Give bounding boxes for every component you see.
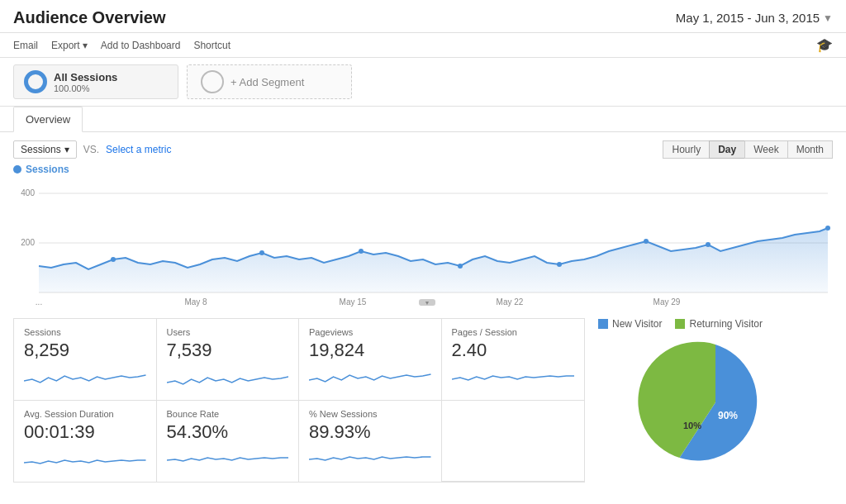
stat-avg-session-value: 00:01:39	[24, 421, 146, 443]
date-range-text: May 1, 2015 - Jun 3, 2015	[676, 11, 820, 25]
svg-text:▼: ▼	[425, 300, 430, 306]
chart-container: 400 200 ... May 8 May	[13, 177, 833, 311]
time-buttons: Hourly Day Week Month	[663, 140, 833, 159]
svg-text:200: 200	[21, 238, 35, 247]
metric-dropdown-icon: ▾	[64, 144, 69, 155]
stat-pages-session-label: Pages / Session	[452, 327, 575, 337]
chart-controls: Sessions ▾ VS. Select a metric Hourly Da…	[13, 140, 833, 159]
pie-chart-section: New Visitor Returning Visitor 90% 10%	[585, 318, 833, 483]
graduation-cap-icon: 🎓	[816, 38, 833, 52]
vs-label: VS.	[83, 144, 99, 155]
stat-pages-session-value: 2.40	[452, 340, 575, 361]
stat-sessions: Sessions 8,259	[14, 319, 157, 401]
stat-sessions-sparkline	[24, 364, 146, 389]
svg-text:May 8: May 8	[184, 297, 207, 307]
stat-bounce-rate-sparkline	[167, 446, 289, 471]
stat-sessions-value: 8,259	[24, 340, 146, 361]
toolbar: Email Export ▾ Add to Dashboard Shortcut…	[0, 33, 846, 58]
tab-bar: Overview	[0, 107, 846, 132]
svg-point-10	[644, 239, 649, 244]
segment-percentage: 100.00%	[54, 83, 117, 93]
metric-selected: Sessions	[21, 144, 61, 155]
sessions-label-text: Sessions	[26, 164, 69, 175]
sessions-chart: 400 200 ... May 8 May	[13, 177, 833, 309]
chevron-down-icon: ▼	[823, 12, 833, 24]
time-btn-hourly[interactable]: Hourly	[663, 140, 709, 159]
metric-dropdown[interactable]: Sessions ▾	[13, 140, 77, 159]
time-btn-month[interactable]: Month	[787, 140, 833, 159]
export-button[interactable]: Export ▾	[51, 38, 88, 53]
add-segment-circle-icon	[201, 70, 224, 93]
svg-text:May 29: May 29	[654, 297, 681, 307]
stat-users: Users 7,539	[157, 319, 300, 401]
svg-point-9	[557, 262, 562, 267]
stat-bounce-rate-label: Bounce Rate	[167, 409, 289, 419]
stat-new-sessions-label: % New Sessions	[309, 409, 431, 419]
segment-bar: All Sessions 100.00% + Add Segment	[0, 58, 846, 107]
select-metric-link[interactable]: Select a metric	[106, 144, 171, 155]
sessions-dot-icon	[13, 165, 21, 174]
stat-pages-session: Pages / Session 2.40	[442, 319, 585, 401]
new-visitor-label: New Visitor	[612, 318, 662, 330]
stat-bounce-rate: Bounce Rate 54.30%	[157, 401, 300, 482]
stat-new-sessions-sparkline	[309, 446, 431, 471]
stat-pageviews-label: Pageviews	[309, 327, 431, 337]
segment-circle-icon	[24, 70, 47, 93]
svg-point-6	[259, 250, 264, 255]
stat-sessions-label: Sessions	[24, 327, 146, 337]
stat-new-sessions-value: 89.93%	[309, 421, 431, 443]
stat-pageviews: Pageviews 19,824	[299, 319, 442, 401]
stat-pageviews-value: 19,824	[309, 340, 431, 361]
stat-avg-session-sparkline	[24, 446, 146, 471]
email-button[interactable]: Email	[13, 38, 38, 53]
legend-returning-visitor: Returning Visitor	[675, 318, 763, 330]
pie-legend: New Visitor Returning Visitor	[598, 318, 833, 330]
dropdown-icon: ▾	[83, 40, 88, 51]
add-segment-label: + Add Segment	[231, 76, 304, 88]
legend-new-visitor: New Visitor	[598, 318, 662, 330]
svg-text:May 22: May 22	[497, 297, 524, 307]
stat-users-value: 7,539	[167, 340, 289, 361]
sessions-series-label: Sessions	[13, 164, 833, 175]
segment-info: All Sessions 100.00%	[54, 71, 117, 93]
all-sessions-segment[interactable]: All Sessions 100.00%	[13, 64, 178, 99]
stat-avg-session: Avg. Session Duration 00:01:39	[14, 401, 157, 482]
svg-text:400: 400	[21, 188, 35, 197]
stat-pages-session-sparkline	[452, 364, 575, 389]
time-btn-day[interactable]: Day	[709, 140, 744, 159]
svg-point-5	[111, 257, 116, 262]
chart-area: Sessions ▾ VS. Select a metric Hourly Da…	[0, 132, 846, 311]
svg-text:10%: 10%	[683, 421, 701, 430]
add-segment-button[interactable]: + Add Segment	[187, 64, 352, 99]
date-range[interactable]: May 1, 2015 - Jun 3, 2015 ▼	[676, 11, 833, 25]
new-visitor-swatch	[598, 319, 608, 329]
stats-grid: Sessions 8,259 Users 7,539 Pageviews 19,…	[13, 318, 585, 483]
svg-point-11	[706, 242, 711, 247]
add-to-dashboard-button[interactable]: Add to Dashboard	[101, 38, 181, 53]
stat-empty	[442, 401, 585, 482]
svg-text:90%: 90%	[718, 410, 738, 421]
shortcut-button[interactable]: Shortcut	[193, 38, 231, 53]
svg-text:May 15: May 15	[340, 297, 367, 307]
returning-visitor-label: Returning Visitor	[689, 318, 763, 330]
svg-point-7	[359, 249, 364, 254]
stat-users-label: Users	[167, 327, 289, 337]
stat-pageviews-sparkline	[309, 364, 431, 389]
pie-chart: 90% 10%	[633, 336, 798, 468]
page-title: Audience Overview	[13, 8, 166, 27]
stat-avg-session-label: Avg. Session Duration	[24, 409, 146, 419]
pie-container: 90% 10%	[598, 336, 833, 468]
svg-point-12	[825, 226, 830, 231]
metric-selector: Sessions ▾ VS. Select a metric	[13, 140, 171, 159]
stat-bounce-rate-value: 54.30%	[167, 421, 289, 443]
stat-users-sparkline	[167, 364, 289, 389]
segment-name: All Sessions	[54, 71, 117, 83]
stats-section: Sessions 8,259 Users 7,539 Pageviews 19,…	[0, 311, 846, 483]
returning-visitor-swatch	[675, 319, 685, 329]
svg-point-8	[458, 264, 463, 269]
tab-overview[interactable]: Overview	[13, 107, 83, 132]
stat-new-sessions: % New Sessions 89.93%	[299, 401, 442, 482]
svg-text:...: ...	[36, 297, 42, 307]
time-btn-week[interactable]: Week	[744, 140, 787, 159]
